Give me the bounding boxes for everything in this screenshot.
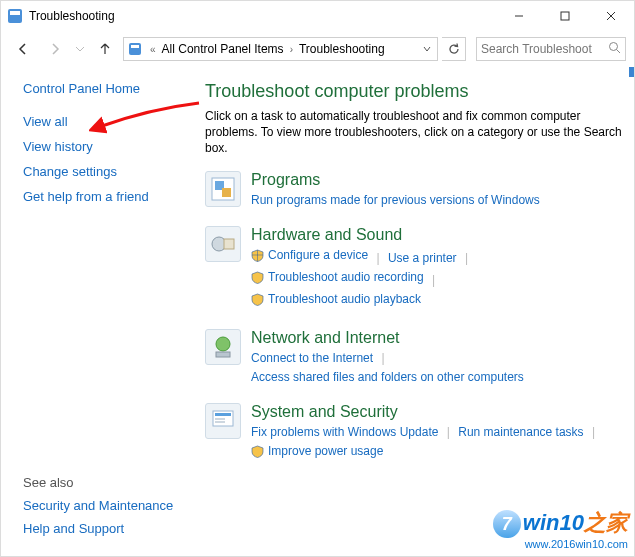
- window-title: Troubleshooting: [29, 9, 496, 23]
- window-controls: [496, 1, 634, 31]
- category-network: Network and Internet Connect to the Inte…: [205, 329, 624, 387]
- svg-rect-16: [216, 352, 230, 357]
- separator: |: [376, 351, 389, 365]
- category-system: System and Security Fix problems with Wi…: [205, 403, 624, 464]
- svg-rect-6: [129, 43, 141, 55]
- breadcrumb-item-1[interactable]: All Control Panel Items: [162, 42, 284, 56]
- link-windows-update[interactable]: Fix problems with Windows Update: [251, 423, 438, 442]
- close-button[interactable]: [588, 1, 634, 31]
- link-audio-playback[interactable]: Troubleshoot audio playback: [251, 290, 421, 309]
- search-placeholder: Search Troubleshoot: [481, 42, 608, 56]
- up-button[interactable]: [91, 35, 119, 63]
- sidebar-link-get-help[interactable]: Get help from a friend: [23, 189, 191, 204]
- category-title-hardware[interactable]: Hardware and Sound: [251, 226, 624, 244]
- svg-point-15: [216, 337, 230, 351]
- chevron-right-icon[interactable]: ›: [288, 44, 295, 55]
- link-use-printer[interactable]: Use a printer: [388, 249, 457, 268]
- watermark-url: www.2016win10.com: [493, 538, 628, 550]
- sidebar-link-view-all[interactable]: View all: [23, 114, 191, 129]
- minimize-button[interactable]: [496, 1, 542, 31]
- breadcrumb-item-2[interactable]: Troubleshooting: [299, 42, 385, 56]
- svg-rect-1: [10, 11, 20, 15]
- shield-icon: [251, 249, 264, 262]
- sidebar: Control Panel Home View all View history…: [1, 67, 201, 556]
- breadcrumb-prefix: «: [148, 44, 158, 55]
- category-hardware: Hardware and Sound Configure a device | …: [205, 226, 624, 313]
- category-programs: Programs Run programs made for previous …: [205, 171, 624, 210]
- category-title-network[interactable]: Network and Internet: [251, 329, 624, 347]
- svg-line-9: [617, 50, 621, 54]
- link-audio-recording[interactable]: Troubleshoot audio recording: [251, 268, 424, 287]
- see-also-header: See also: [23, 475, 173, 490]
- window-titlebar: Troubleshooting: [1, 1, 634, 31]
- category-title-system[interactable]: System and Security: [251, 403, 624, 421]
- forward-button[interactable]: [41, 35, 69, 63]
- link-configure-device[interactable]: Configure a device: [251, 246, 368, 265]
- programs-icon: [205, 171, 241, 207]
- separator: |: [427, 273, 440, 287]
- shield-icon: [251, 293, 264, 306]
- address-dropdown[interactable]: [419, 44, 435, 55]
- see-also-help[interactable]: Help and Support: [23, 521, 173, 536]
- address-bar[interactable]: « All Control Panel Items › Troubleshoot…: [123, 37, 438, 61]
- svg-rect-18: [215, 413, 231, 416]
- svg-rect-12: [222, 188, 231, 197]
- watermark-badge-icon: 7: [493, 510, 521, 538]
- back-button[interactable]: [9, 35, 37, 63]
- see-also-section: See also Security and Maintenance Help a…: [23, 475, 173, 544]
- svg-rect-14: [224, 239, 234, 249]
- search-icon: [608, 40, 621, 58]
- network-icon: [205, 329, 241, 365]
- svg-rect-7: [131, 45, 139, 48]
- system-icon: [205, 403, 241, 439]
- app-icon: [7, 8, 23, 24]
- location-icon: [126, 40, 144, 58]
- search-box[interactable]: Search Troubleshoot: [476, 37, 626, 61]
- control-panel-home-link[interactable]: Control Panel Home: [23, 81, 191, 96]
- page-description: Click on a task to automatically trouble…: [205, 108, 624, 157]
- separator: |: [371, 251, 384, 265]
- svg-rect-3: [561, 12, 569, 20]
- link-connect-internet[interactable]: Connect to the Internet: [251, 349, 373, 368]
- link-maintenance[interactable]: Run maintenance tasks: [458, 423, 583, 442]
- svg-rect-19: [215, 418, 225, 420]
- link-power-usage[interactable]: Improve power usage: [251, 442, 383, 461]
- link-access-shared[interactable]: Access shared files and folders on other…: [251, 368, 524, 387]
- shield-icon: [251, 445, 264, 458]
- separator: |: [460, 251, 473, 265]
- category-title-programs[interactable]: Programs: [251, 171, 624, 189]
- maximize-button[interactable]: [542, 1, 588, 31]
- hardware-icon: [205, 226, 241, 262]
- watermark: 7win10之家 www.2016win10.com: [493, 508, 628, 550]
- see-also-security[interactable]: Security and Maintenance: [23, 498, 173, 513]
- separator: |: [442, 425, 455, 439]
- svg-point-8: [610, 43, 618, 51]
- svg-rect-20: [215, 421, 225, 423]
- shield-icon: [251, 271, 264, 284]
- separator: |: [587, 425, 600, 439]
- recent-locations-dropdown[interactable]: [73, 35, 87, 63]
- main-content: Troubleshoot computer problems Click on …: [201, 67, 634, 556]
- page-heading: Troubleshoot computer problems: [205, 81, 624, 102]
- sidebar-link-view-history[interactable]: View history: [23, 139, 191, 154]
- sidebar-link-change-settings[interactable]: Change settings: [23, 164, 191, 179]
- nav-row: « All Control Panel Items › Troubleshoot…: [1, 31, 634, 67]
- link-run-programs-previous[interactable]: Run programs made for previous versions …: [251, 191, 540, 210]
- refresh-button[interactable]: [442, 37, 466, 61]
